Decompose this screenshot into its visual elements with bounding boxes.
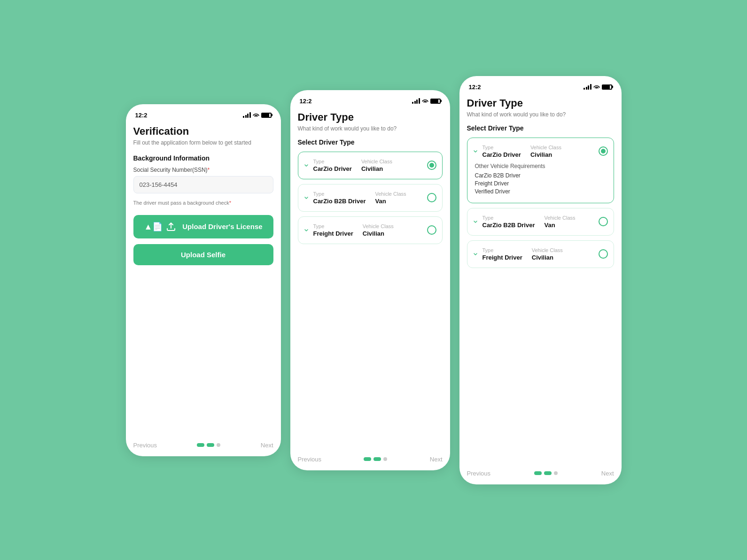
class-value-2-1: Civilian: [361, 165, 392, 172]
s3-bar-1: [584, 88, 585, 90]
option-main-row-3-1: Type CarZio Driver Vehicle Class Civilia…: [473, 145, 608, 158]
screen1-content: Verification Fill out the application fo…: [133, 125, 273, 449]
dot-1-1: [197, 443, 204, 447]
battery-icon-3: [602, 84, 612, 90]
driver-option-2-3[interactable]: Type Freight Driver Vehicle Class Civili…: [298, 216, 443, 244]
other-req-item-2: Freight Driver: [475, 180, 608, 187]
battery-icon-2: [430, 99, 441, 104]
type-label-2-3: Type: [313, 223, 353, 229]
option-fields-2-1: Type CarZio Driver Vehicle Class Civilia…: [313, 159, 427, 172]
radio-3-3[interactable]: [599, 249, 608, 259]
radio-circle-3-1: [599, 146, 608, 156]
radio-2-2[interactable]: [427, 193, 436, 202]
chevron-icon-2-1: [304, 163, 309, 168]
helper-required-star: *: [229, 200, 231, 206]
prev-button-1[interactable]: Previous: [133, 442, 157, 449]
option-fields-3-1: Type CarZio Driver Vehicle Class Civilia…: [482, 145, 599, 158]
chevron-icon-3-3: [473, 252, 478, 256]
radio-circle-2-2: [427, 193, 436, 202]
type-field-3-1: Type CarZio Driver: [482, 145, 521, 158]
class-value-2-2: Van: [375, 198, 406, 205]
dot-2-1: [364, 457, 371, 461]
signal-bar-4: [249, 112, 251, 118]
screens-container: 12:2 Verification Fill out the applicati…: [126, 76, 622, 484]
driver-option-3-3[interactable]: Type Freight Driver Vehicle Class Civili…: [467, 240, 614, 268]
class-label-2-3: Vehicle Class: [363, 223, 394, 229]
nav-bar-3: Previous Next: [467, 460, 614, 477]
type-field-2-1: Type CarZio Driver: [313, 159, 352, 172]
chevron-icon-3-2: [473, 219, 478, 224]
dot-3-1: [534, 471, 542, 475]
driver-option-2-1[interactable]: Type CarZio Driver Vehicle Class Civilia…: [298, 152, 443, 179]
status-time-3: 12:2: [469, 84, 481, 91]
type-value-3-1: CarZio Driver: [482, 151, 521, 158]
next-button-2[interactable]: Next: [430, 456, 443, 463]
driver-type-subtitle-3: What kind of work would you like to do?: [467, 111, 614, 118]
status-icons-1: [243, 112, 272, 118]
s3-bar-3: [588, 85, 589, 90]
type-field-2-2: Type CarZio B2B Driver: [313, 191, 366, 205]
class-field-2-3: Vehicle Class Civilian: [363, 223, 394, 237]
type-value-2-1: CarZio Driver: [313, 165, 352, 172]
type-label-3-1: Type: [482, 145, 521, 150]
driver-option-2-2[interactable]: Type CarZio B2B Driver Vehicle Class Van: [298, 184, 443, 212]
option-fields-3-2: Type CarZio B2B Driver Vehicle Class Van: [482, 215, 599, 229]
class-field-3-1: Vehicle Class Civilian: [530, 145, 561, 158]
screen3-content: Driver Type What kind of work would you …: [467, 97, 614, 477]
driver-option-3-2[interactable]: Type CarZio B2B Driver Vehicle Class Van: [467, 208, 614, 236]
radio-3-1[interactable]: [599, 146, 608, 156]
dot-2-2: [374, 457, 381, 461]
driver-type-subtitle-2: What kind of work would you like to do?: [298, 125, 443, 132]
chevron-icon-2-2: [304, 195, 309, 200]
nav-dots-2: [364, 457, 387, 461]
type-value-2-2: CarZio B2B Driver: [313, 198, 366, 205]
class-label-3-1: Vehicle Class: [530, 145, 561, 150]
verification-title: Verification: [133, 125, 273, 138]
prev-button-3[interactable]: Previous: [467, 470, 491, 477]
upload-license-icon: ▲📄: [144, 222, 163, 232]
dot-1-2: [207, 443, 214, 447]
status-icons-3: [584, 84, 612, 90]
next-button-1[interactable]: Next: [261, 442, 273, 449]
required-star: *: [208, 167, 210, 173]
radio-circle-2-1: [427, 161, 436, 170]
nav-dots-3: [534, 471, 558, 475]
type-label-3-2: Type: [482, 215, 535, 221]
ssn-input[interactable]: [133, 176, 273, 193]
nav-dots-1: [197, 443, 220, 447]
type-label-3-3: Type: [482, 247, 522, 253]
wifi-icon-3: [593, 84, 600, 90]
signal-bars-1: [243, 112, 251, 118]
option-fields-3-3: Type Freight Driver Vehicle Class Civili…: [482, 247, 599, 261]
class-label-2-2: Vehicle Class: [375, 191, 406, 197]
other-req-item-3: Verified Driver: [475, 188, 608, 195]
dot-3-3: [554, 471, 558, 475]
next-button-3[interactable]: Next: [601, 470, 614, 477]
option-fields-2-3: Type Freight Driver Vehicle Class Civili…: [313, 223, 427, 237]
dot-2-3: [383, 457, 387, 461]
radio-2-1[interactable]: [427, 161, 436, 170]
driver-option-3-expanded[interactable]: Type CarZio Driver Vehicle Class Civilia…: [467, 138, 614, 203]
nav-bar-2: Previous Next: [298, 446, 443, 463]
radio-circle-3-2: [599, 217, 608, 226]
s3-bar-2: [586, 87, 587, 90]
prev-button-2[interactable]: Previous: [298, 456, 322, 463]
radio-2-3[interactable]: [427, 225, 436, 235]
screen2-content: Driver Type What kind of work would you …: [298, 111, 443, 463]
signal-bar-1: [243, 116, 244, 118]
wifi-icon-1: [253, 112, 259, 118]
upload-license-button[interactable]: ▲📄 Upload Driver's License: [133, 215, 273, 238]
type-label-2-2: Type: [313, 191, 366, 197]
radio-3-2[interactable]: [599, 217, 608, 226]
type-field-3-2: Type CarZio B2B Driver: [482, 215, 535, 229]
chevron-icon-3-1: [473, 149, 478, 153]
class-label-2-1: Vehicle Class: [361, 159, 392, 164]
select-driver-label-2: Select Driver Type: [298, 138, 443, 146]
class-field-2-1: Vehicle Class Civilian: [361, 159, 392, 172]
s2-bar-4: [419, 98, 420, 104]
upload-selfie-button[interactable]: Upload Selfie: [133, 244, 273, 265]
class-field-2-2: Vehicle Class Van: [375, 191, 406, 205]
class-value-2-3: Civilian: [363, 230, 394, 237]
phone-screen-3: 12:2 Driver Type What kind of work would…: [459, 76, 622, 484]
s2-bar-3: [416, 100, 418, 104]
